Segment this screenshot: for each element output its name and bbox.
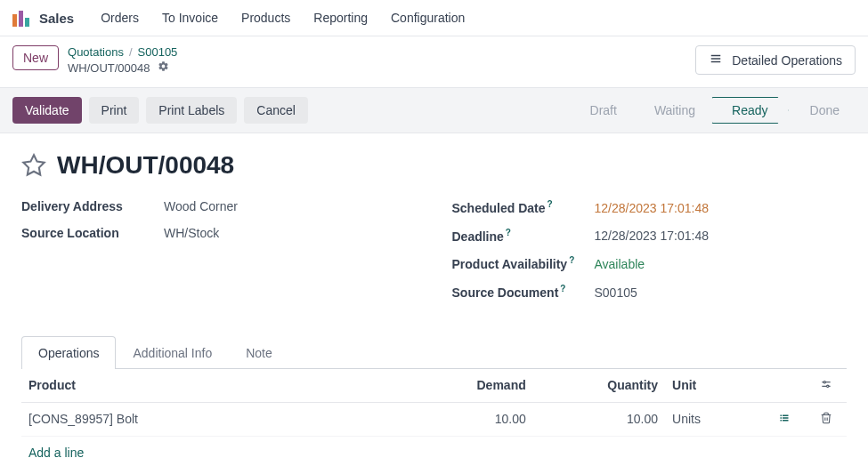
- cancel-button[interactable]: Cancel: [244, 97, 308, 124]
- col-quantity[interactable]: Quantity: [533, 369, 665, 403]
- source-location-label: Source Location: [21, 226, 164, 240]
- svg-rect-10: [781, 417, 783, 419]
- list-icon: [709, 52, 723, 68]
- table-row[interactable]: [CONS_89957] Bolt 10.00 10.00 Units: [21, 402, 847, 436]
- operations-table: Product Demand Quantity Unit [CONS_89957…: [21, 369, 847, 458]
- app-logo: [12, 9, 30, 27]
- svg-rect-12: [781, 420, 783, 422]
- row-detail-icon[interactable]: [764, 402, 805, 436]
- svg-rect-8: [781, 415, 783, 417]
- svg-point-5: [823, 381, 825, 382]
- col-product[interactable]: Product: [21, 369, 385, 403]
- col-detail: [764, 369, 805, 403]
- print-labels-button[interactable]: Print Labels: [146, 97, 237, 124]
- status-draft[interactable]: Draft: [578, 97, 633, 124]
- source-document-label: Source Document?: [452, 284, 595, 300]
- cell-product[interactable]: [CONS_89957] Bolt: [21, 402, 385, 436]
- help-icon[interactable]: ?: [506, 228, 511, 237]
- print-button[interactable]: Print: [89, 97, 140, 124]
- svg-marker-3: [23, 155, 44, 174]
- tab-additional-info[interactable]: Additional Info: [116, 336, 229, 369]
- nav-configuration[interactable]: Configuration: [382, 7, 474, 28]
- delivery-address-label: Delivery Address: [21, 199, 164, 213]
- source-location-value[interactable]: WH/Stock: [164, 226, 219, 240]
- deadline-label: Deadline?: [452, 228, 595, 244]
- scheduled-date-label: Scheduled Date?: [452, 199, 595, 215]
- breadcrumb-sep: /: [129, 45, 133, 59]
- status-ready[interactable]: Ready: [711, 97, 788, 124]
- source-document-value[interactable]: S00105: [595, 285, 637, 300]
- col-demand[interactable]: Demand: [385, 369, 533, 403]
- delivery-address-value[interactable]: Wood Corner: [164, 199, 238, 213]
- svg-rect-9: [783, 415, 789, 417]
- help-icon[interactable]: ?: [569, 255, 574, 265]
- breadcrumb-sale-order[interactable]: S00105: [138, 45, 178, 59]
- cell-unit[interactable]: Units: [665, 402, 764, 436]
- svg-rect-11: [783, 417, 789, 419]
- row-delete-icon[interactable]: [806, 402, 847, 436]
- tab-operations[interactable]: Operations: [21, 336, 116, 369]
- nav-products[interactable]: Products: [232, 7, 299, 28]
- new-button[interactable]: New: [12, 45, 59, 70]
- help-icon[interactable]: ?: [548, 199, 553, 209]
- action-bar: Validate Print Print Labels Cancel Draft…: [0, 87, 868, 133]
- scheduled-date-value[interactable]: 12/28/2023 17:01:48: [595, 201, 709, 215]
- availability-value: Available: [595, 257, 645, 271]
- app-title[interactable]: Sales: [39, 11, 74, 26]
- nav-to-invoice[interactable]: To Invoice: [153, 7, 227, 28]
- tabs: Operations Additional Info Note: [21, 335, 847, 369]
- svg-rect-13: [783, 420, 789, 422]
- col-unit[interactable]: Unit: [665, 369, 764, 403]
- deadline-value: 12/28/2023 17:01:48: [595, 229, 709, 243]
- svg-point-7: [826, 385, 828, 387]
- status-steps: Draft Waiting Ready Done: [578, 97, 856, 124]
- star-icon[interactable]: [21, 153, 46, 178]
- nav-reporting[interactable]: Reporting: [304, 7, 377, 28]
- nav-orders[interactable]: Orders: [92, 7, 148, 28]
- add-line-link[interactable]: Add a line: [28, 446, 84, 458]
- breadcrumb-quotations[interactable]: Quotations: [68, 45, 124, 59]
- tab-note[interactable]: Note: [229, 336, 289, 369]
- breadcrumb-record: WH/OUT/00048: [68, 61, 150, 75]
- status-waiting[interactable]: Waiting: [633, 97, 711, 124]
- validate-button[interactable]: Validate: [12, 97, 82, 124]
- breadcrumb: Quotations / S00105: [68, 45, 177, 59]
- top-nav: Sales Orders To Invoice Products Reporti…: [0, 0, 868, 36]
- breadcrumb-row: New Quotations / S00105 WH/OUT/00048 Det…: [0, 36, 868, 87]
- availability-label: Product Availability?: [452, 255, 595, 271]
- page-title: WH/OUT/00048: [57, 151, 234, 180]
- main-form: WH/OUT/00048 Delivery Address Wood Corne…: [0, 133, 868, 458]
- detailed-operations-button[interactable]: Detailed Operations: [695, 45, 856, 75]
- cell-quantity[interactable]: 10.00: [533, 402, 665, 436]
- help-icon[interactable]: ?: [560, 284, 565, 293]
- cell-demand[interactable]: 10.00: [385, 402, 533, 436]
- gear-icon[interactable]: [158, 60, 169, 75]
- col-settings[interactable]: [806, 369, 847, 403]
- status-done[interactable]: Done: [789, 97, 856, 124]
- detailed-operations-label: Detailed Operations: [732, 53, 842, 68]
